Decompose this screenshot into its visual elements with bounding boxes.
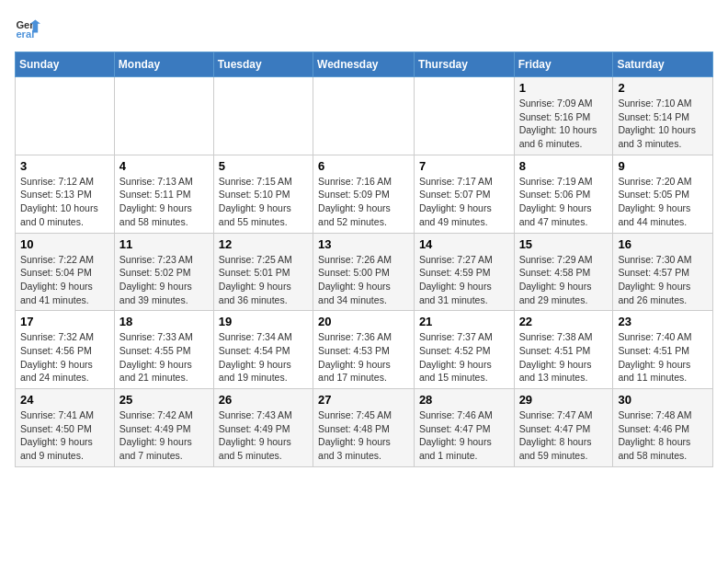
day-info: Sunrise: 7:34 AM Sunset: 4:54 PM Dayligh… xyxy=(219,330,308,385)
day-info: Sunrise: 7:38 AM Sunset: 4:51 PM Dayligh… xyxy=(519,330,609,385)
calendar-cell: 2Sunrise: 7:10 AM Sunset: 5:14 PM Daylig… xyxy=(613,77,713,155)
calendar-week-row: 3Sunrise: 7:12 AM Sunset: 5:13 PM Daylig… xyxy=(16,155,713,233)
day-number: 7 xyxy=(419,159,509,173)
calendar-cell: 1Sunrise: 7:09 AM Sunset: 5:16 PM Daylig… xyxy=(514,77,613,155)
day-number: 1 xyxy=(519,81,609,95)
calendar-cell: 28Sunrise: 7:46 AM Sunset: 4:47 PM Dayli… xyxy=(414,389,514,467)
day-number: 3 xyxy=(20,159,109,173)
day-info: Sunrise: 7:45 AM Sunset: 4:48 PM Dayligh… xyxy=(318,408,409,463)
day-info: Sunrise: 7:17 AM Sunset: 5:07 PM Dayligh… xyxy=(419,175,509,229)
weekday-header: Thursday xyxy=(414,52,514,77)
calendar-cell xyxy=(16,77,115,155)
calendar-cell: 9Sunrise: 7:20 AM Sunset: 5:05 PM Daylig… xyxy=(613,155,713,233)
day-info: Sunrise: 7:40 AM Sunset: 4:51 PM Dayligh… xyxy=(618,330,708,385)
day-info: Sunrise: 7:20 AM Sunset: 5:05 PM Dayligh… xyxy=(618,175,708,229)
calendar-cell: 4Sunrise: 7:13 AM Sunset: 5:11 PM Daylig… xyxy=(114,155,213,233)
day-info: Sunrise: 7:22 AM Sunset: 5:04 PM Dayligh… xyxy=(20,253,109,307)
logo: Gen eral xyxy=(15,15,44,40)
day-number: 5 xyxy=(219,159,308,173)
day-info: Sunrise: 7:15 AM Sunset: 5:10 PM Dayligh… xyxy=(219,175,308,229)
day-number: 21 xyxy=(419,315,509,328)
day-number: 22 xyxy=(519,315,609,328)
day-info: Sunrise: 7:23 AM Sunset: 5:02 PM Dayligh… xyxy=(119,253,209,307)
calendar-cell xyxy=(114,77,213,155)
calendar-cell: 13Sunrise: 7:26 AM Sunset: 5:00 PM Dayli… xyxy=(313,233,415,311)
day-number: 20 xyxy=(318,315,409,328)
calendar-header-row: SundayMondayTuesdayWednesdayThursdayFrid… xyxy=(16,52,713,77)
day-number: 6 xyxy=(318,159,409,173)
calendar-cell: 21Sunrise: 7:37 AM Sunset: 4:52 PM Dayli… xyxy=(414,311,514,389)
day-number: 8 xyxy=(519,159,609,173)
calendar-cell: 11Sunrise: 7:23 AM Sunset: 5:02 PM Dayli… xyxy=(114,233,213,311)
day-info: Sunrise: 7:29 AM Sunset: 4:58 PM Dayligh… xyxy=(519,253,609,307)
calendar-cell: 12Sunrise: 7:25 AM Sunset: 5:01 PM Dayli… xyxy=(213,233,313,311)
day-info: Sunrise: 7:25 AM Sunset: 5:01 PM Dayligh… xyxy=(219,253,308,307)
day-info: Sunrise: 7:10 AM Sunset: 5:14 PM Dayligh… xyxy=(618,97,708,151)
calendar-cell: 30Sunrise: 7:48 AM Sunset: 4:46 PM Dayli… xyxy=(613,389,713,467)
calendar-cell: 5Sunrise: 7:15 AM Sunset: 5:10 PM Daylig… xyxy=(213,155,313,233)
weekday-header: Sunday xyxy=(16,52,115,77)
day-number: 9 xyxy=(618,159,708,173)
page-header: Gen eral xyxy=(15,15,713,40)
day-number: 23 xyxy=(618,315,708,328)
day-number: 25 xyxy=(119,393,209,407)
calendar-cell xyxy=(213,77,313,155)
calendar-cell: 19Sunrise: 7:34 AM Sunset: 4:54 PM Dayli… xyxy=(213,311,313,389)
day-number: 16 xyxy=(618,237,708,251)
day-number: 13 xyxy=(318,237,409,251)
logo-icon: Gen eral xyxy=(15,15,40,40)
day-info: Sunrise: 7:16 AM Sunset: 5:09 PM Dayligh… xyxy=(318,175,409,229)
day-info: Sunrise: 7:37 AM Sunset: 4:52 PM Dayligh… xyxy=(419,330,509,385)
calendar-cell: 3Sunrise: 7:12 AM Sunset: 5:13 PM Daylig… xyxy=(16,155,115,233)
calendar-table: SundayMondayTuesdayWednesdayThursdayFrid… xyxy=(15,52,713,467)
calendar-cell: 15Sunrise: 7:29 AM Sunset: 4:58 PM Dayli… xyxy=(514,233,613,311)
weekday-header: Tuesday xyxy=(213,52,313,77)
day-info: Sunrise: 7:30 AM Sunset: 4:57 PM Dayligh… xyxy=(618,253,708,307)
day-number: 18 xyxy=(119,315,209,328)
day-info: Sunrise: 7:26 AM Sunset: 5:00 PM Dayligh… xyxy=(318,253,409,307)
calendar-cell: 20Sunrise: 7:36 AM Sunset: 4:53 PM Dayli… xyxy=(313,311,415,389)
weekday-header: Monday xyxy=(114,52,213,77)
day-number: 2 xyxy=(618,81,708,95)
weekday-header: Wednesday xyxy=(313,52,415,77)
day-info: Sunrise: 7:46 AM Sunset: 4:47 PM Dayligh… xyxy=(419,408,509,463)
day-number: 11 xyxy=(119,237,209,251)
calendar-week-row: 24Sunrise: 7:41 AM Sunset: 4:50 PM Dayli… xyxy=(16,389,713,467)
calendar-cell: 27Sunrise: 7:45 AM Sunset: 4:48 PM Dayli… xyxy=(313,389,415,467)
day-number: 24 xyxy=(20,393,109,407)
calendar-cell: 6Sunrise: 7:16 AM Sunset: 5:09 PM Daylig… xyxy=(313,155,415,233)
day-number: 12 xyxy=(219,237,308,251)
day-info: Sunrise: 7:32 AM Sunset: 4:56 PM Dayligh… xyxy=(20,330,109,385)
calendar-cell: 29Sunrise: 7:47 AM Sunset: 4:47 PM Dayli… xyxy=(514,389,613,467)
day-info: Sunrise: 7:27 AM Sunset: 4:59 PM Dayligh… xyxy=(419,253,509,307)
day-number: 4 xyxy=(119,159,209,173)
day-number: 27 xyxy=(318,393,409,407)
day-info: Sunrise: 7:12 AM Sunset: 5:13 PM Dayligh… xyxy=(20,175,109,229)
calendar-cell xyxy=(313,77,415,155)
calendar-cell: 16Sunrise: 7:30 AM Sunset: 4:57 PM Dayli… xyxy=(613,233,713,311)
day-info: Sunrise: 7:19 AM Sunset: 5:06 PM Dayligh… xyxy=(519,175,609,229)
weekday-header: Saturday xyxy=(613,52,713,77)
day-number: 28 xyxy=(419,393,509,407)
svg-text:eral: eral xyxy=(16,29,34,40)
day-info: Sunrise: 7:33 AM Sunset: 4:55 PM Dayligh… xyxy=(119,330,209,385)
calendar-cell: 25Sunrise: 7:42 AM Sunset: 4:49 PM Dayli… xyxy=(114,389,213,467)
calendar-cell: 10Sunrise: 7:22 AM Sunset: 5:04 PM Dayli… xyxy=(16,233,115,311)
calendar-cell: 7Sunrise: 7:17 AM Sunset: 5:07 PM Daylig… xyxy=(414,155,514,233)
day-info: Sunrise: 7:09 AM Sunset: 5:16 PM Dayligh… xyxy=(519,97,609,151)
calendar-cell: 17Sunrise: 7:32 AM Sunset: 4:56 PM Dayli… xyxy=(16,311,115,389)
calendar-cell: 23Sunrise: 7:40 AM Sunset: 4:51 PM Dayli… xyxy=(613,311,713,389)
day-number: 15 xyxy=(519,237,609,251)
day-info: Sunrise: 7:42 AM Sunset: 4:49 PM Dayligh… xyxy=(119,408,209,463)
day-number: 17 xyxy=(20,315,109,328)
day-info: Sunrise: 7:48 AM Sunset: 4:46 PM Dayligh… xyxy=(618,408,708,463)
day-info: Sunrise: 7:36 AM Sunset: 4:53 PM Dayligh… xyxy=(318,330,409,385)
day-number: 29 xyxy=(519,393,609,407)
day-info: Sunrise: 7:43 AM Sunset: 4:49 PM Dayligh… xyxy=(219,408,308,463)
calendar-week-row: 1Sunrise: 7:09 AM Sunset: 5:16 PM Daylig… xyxy=(16,77,713,155)
day-info: Sunrise: 7:41 AM Sunset: 4:50 PM Dayligh… xyxy=(20,408,109,463)
day-number: 26 xyxy=(219,393,308,407)
calendar-cell xyxy=(414,77,514,155)
calendar-cell: 14Sunrise: 7:27 AM Sunset: 4:59 PM Dayli… xyxy=(414,233,514,311)
day-number: 10 xyxy=(20,237,109,251)
